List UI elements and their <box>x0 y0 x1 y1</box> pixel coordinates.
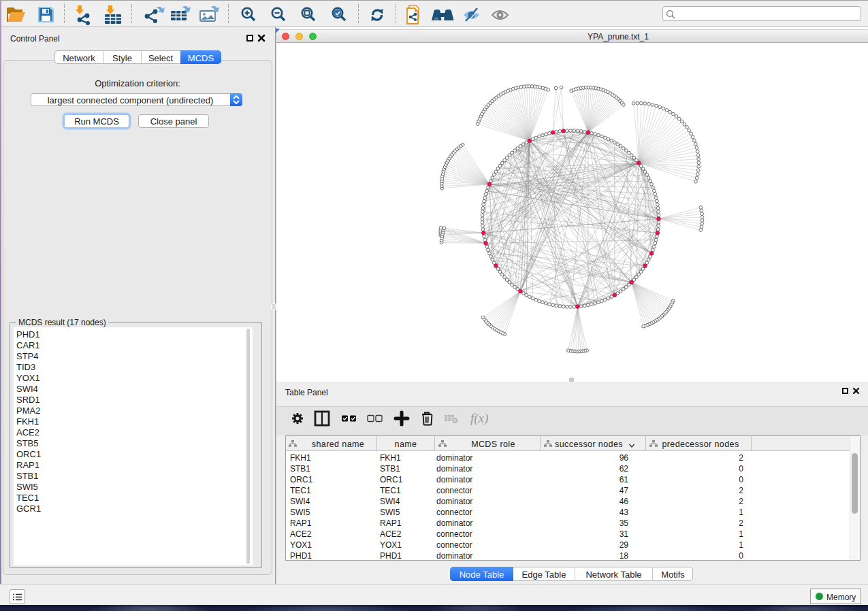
svg-text:f(x): f(x) <box>470 411 488 426</box>
